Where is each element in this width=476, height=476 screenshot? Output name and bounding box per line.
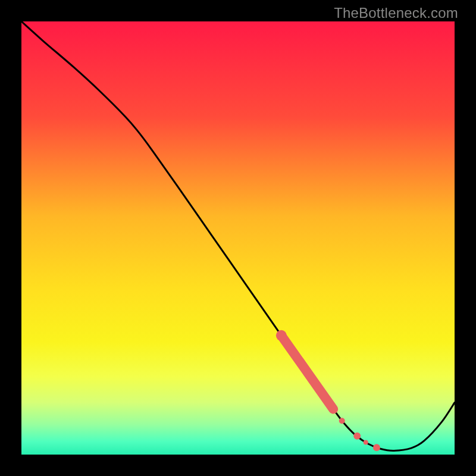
highlight-dot [353,433,361,440]
highlight-dot [364,440,368,445]
plot-area [21,21,455,455]
highlight-dot [339,418,345,424]
watermark-text: TheBottleneck.com [334,5,458,21]
highlight-dot [373,444,380,451]
highlight-cap [276,330,287,341]
bottleneck-curve-chart [21,21,455,455]
chart-frame: TheBottleneck.com [0,0,476,476]
gradient-background [21,21,455,455]
